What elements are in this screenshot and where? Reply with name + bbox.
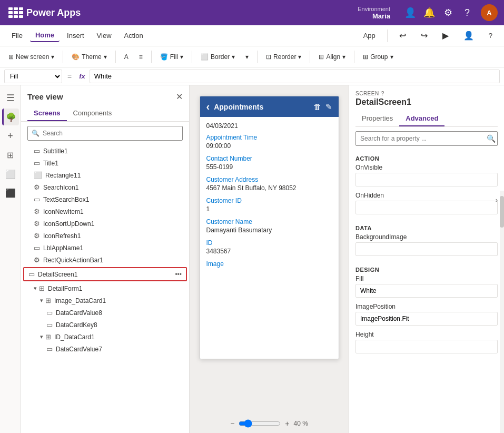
tree-item-lblappname1[interactable]: ▭ LblAppName1 [21, 242, 189, 254]
align-text-icon: ≡ [139, 53, 143, 61]
menu-action[interactable]: Action [119, 29, 149, 42]
tree-close-btn[interactable]: ✕ [176, 92, 183, 102]
user-icon[interactable]: 👤 [402, 4, 419, 21]
chevron-down-btn[interactable]: ▾ [241, 51, 253, 63]
align-btn[interactable]: ⊟ Align ▾ [314, 51, 350, 63]
sidebar-insert-btn[interactable]: + [2, 127, 19, 144]
zoom-label: 40 % [294, 420, 308, 427]
zoom-in-btn[interactable]: + [285, 419, 289, 428]
id-datacard1-label: ID_DataCard1 [54, 333, 95, 341]
tree-item-rectquickactionbar1[interactable]: ⚙ RectQuickActionBar1 [21, 254, 189, 266]
field-value-custid: 1 [206, 205, 332, 213]
tree-item-detailform1[interactable]: ▾ ⊞ DetailForm1 [21, 282, 189, 294]
tree-search-wrapper: 🔍 [27, 126, 183, 141]
right-scrollbar-thumb[interactable] [500, 196, 504, 228]
tree-search-input[interactable] [27, 126, 183, 141]
run-btn[interactable]: ▶ [437, 28, 454, 43]
tree-item-searchicon1[interactable]: ⚙ SearchIcon1 [21, 181, 189, 193]
theme-btn[interactable]: 🎨 Theme ▾ [67, 51, 111, 63]
field-backgroundimage: BackgroundImage [355, 233, 498, 256]
tree-item-datacardvalue7[interactable]: ▭ DataCardValue7 [21, 343, 189, 355]
right-scrollbar[interactable] [500, 191, 504, 433]
sidebar-components-btn[interactable]: ⬛ [2, 184, 19, 201]
right-panel-collapse[interactable]: › [496, 196, 498, 204]
tab-advanced[interactable]: Advanced [399, 111, 444, 126]
tree-item-textsearchbox1[interactable]: ▭ TextSearchBox1 [21, 193, 189, 205]
tree-item-datacardkey8[interactable]: ▭ DataCardKey8 [21, 319, 189, 331]
formula-bar: Fill = fx [0, 67, 504, 85]
detailscreen1-dots[interactable]: ••• [175, 271, 182, 278]
fill-input[interactable] [355, 284, 498, 298]
field-onvisible: OnVisible [355, 164, 498, 186]
env-label: Environment [358, 6, 390, 12]
edit-icon[interactable]: ✎ [325, 102, 332, 112]
help-btn[interactable]: ? [483, 29, 498, 42]
sep3 [115, 51, 116, 63]
undo-btn[interactable]: ↩ [394, 28, 411, 43]
field-label-address: Customer Address [206, 176, 332, 183]
tree-item-image-datacard1[interactable]: ▾ ⊞ Image_DataCard1 [21, 294, 189, 307]
tab-properties[interactable]: Properties [355, 111, 399, 126]
back-icon[interactable]: ‹ [206, 101, 210, 113]
border-btn[interactable]: ⬜ Border ▾ [196, 51, 239, 63]
avatar[interactable]: A [481, 4, 498, 21]
height-input[interactable] [355, 340, 498, 353]
formula-fx: fx [77, 72, 87, 80]
delete-icon[interactable]: 🗑 [313, 102, 321, 112]
font-btn[interactable]: A [120, 51, 133, 63]
searchicon1-icon: ⚙ [34, 183, 40, 191]
panel-search-input[interactable] [355, 131, 498, 146]
tab-components[interactable]: Components [67, 106, 118, 121]
bell-icon[interactable]: 🔔 [421, 4, 438, 21]
new-screen-btn[interactable]: ⊞ New screen ▾ [4, 51, 58, 63]
sidebar-treeview-btn[interactable]: 🌳 [2, 109, 19, 125]
onvisible-input[interactable] [355, 173, 498, 186]
waffle-icon[interactable] [6, 5, 21, 20]
onhidden-input[interactable] [355, 201, 498, 214]
menu-view[interactable]: View [92, 29, 117, 42]
tree-item-detailscreen1[interactable]: ▭ DetailScreen1 ••• [23, 267, 187, 281]
menu-home[interactable]: Home [30, 29, 60, 42]
app-btn[interactable]: App [358, 29, 381, 42]
sidebar-media-btn[interactable]: ⬜ [2, 165, 19, 182]
group-btn[interactable]: ⊞ Group ▾ [359, 51, 397, 63]
tree-item-subtitle1[interactable]: ▭ Subtitle1 [21, 145, 189, 157]
zoom-slider[interactable] [239, 419, 281, 428]
share-btn[interactable]: 👤 [458, 28, 479, 43]
zoom-out-btn[interactable]: − [230, 419, 234, 428]
redo-btn[interactable]: ↪ [416, 28, 433, 43]
tree-item-id-datacard1[interactable]: ▾ ⊞ ID_DataCard1 [21, 331, 189, 343]
field-link-image[interactable]: Image [206, 260, 332, 268]
formula-selector[interactable]: Fill [4, 70, 62, 83]
backgroundimage-input[interactable] [355, 242, 498, 256]
screen-help-icon[interactable]: ? [381, 91, 384, 96]
formula-input[interactable] [90, 70, 500, 83]
sidebar-data-btn[interactable]: ⊞ [2, 146, 19, 163]
subtitle1-label: Subtitle1 [43, 147, 68, 155]
app-header: ‹ Appointments 🗑 ✎ [200, 96, 339, 117]
reorder-btn[interactable]: ⊡ Reorder ▾ [262, 51, 305, 63]
align-text-btn[interactable]: ≡ [135, 51, 147, 63]
sidebar-expand-btn[interactable]: ☰ [2, 90, 19, 106]
datacardkey8-label: DataCardKey8 [56, 321, 97, 329]
panel-search-icon[interactable]: 🔍 [487, 134, 496, 143]
menu-insert[interactable]: Insert [62, 29, 90, 42]
section-data: DATA [355, 220, 498, 233]
imageposition-input[interactable] [355, 312, 498, 326]
tree-item-iconrefresh1[interactable]: ⚙ IconRefresh1 [21, 230, 189, 242]
tree-item-datacardvalue8[interactable]: ▭ DataCardValue8 [21, 307, 189, 319]
tree-item-iconnewitem1[interactable]: ⚙ IconNewItem1 [21, 205, 189, 218]
menu-file[interactable]: File [6, 29, 28, 42]
screen-label: SCREEN ? [355, 91, 498, 96]
help-icon-top[interactable]: ? [459, 4, 476, 21]
settings-icon[interactable]: ⚙ [440, 4, 457, 21]
rectquickactionbar1-icon: ⚙ [34, 256, 40, 264]
header-icons: 🗑 ✎ [313, 102, 332, 112]
tree-item-rectangle11[interactable]: ⬜ Rectangle11 [21, 169, 189, 181]
detailform1-collapse: ▾ [34, 285, 37, 292]
tree-item-title1[interactable]: ▭ Title1 [21, 157, 189, 169]
tab-screens[interactable]: Screens [27, 106, 67, 121]
fill-btn[interactable]: 🪣 Fill ▾ [156, 51, 187, 63]
tree-item-iconsortupdown1[interactable]: ⚙ IconSortUpDown1 [21, 218, 189, 230]
app-date: 04/03/2021 [206, 122, 332, 130]
